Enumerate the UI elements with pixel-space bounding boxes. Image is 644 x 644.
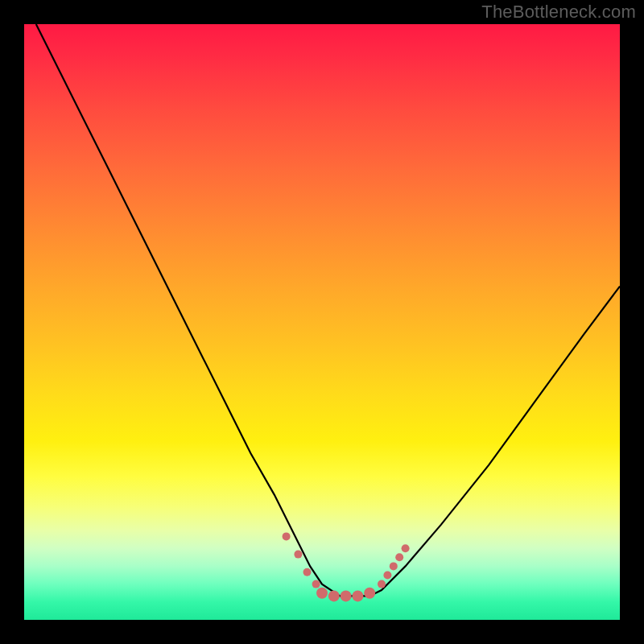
svg-point-7	[352, 590, 363, 601]
curve-markers	[24, 24, 620, 620]
svg-point-0	[283, 532, 291, 540]
svg-point-8	[364, 588, 375, 599]
svg-point-10	[383, 572, 391, 580]
svg-point-12	[395, 553, 403, 561]
svg-point-5	[328, 590, 340, 601]
plot-area	[24, 24, 620, 620]
svg-point-9	[378, 580, 386, 588]
watermark-text: TheBottleneck.com	[481, 2, 636, 23]
svg-point-1	[294, 551, 302, 559]
svg-point-2	[303, 568, 312, 576]
svg-point-13	[402, 544, 410, 552]
svg-point-6	[341, 590, 352, 601]
svg-point-11	[390, 562, 398, 570]
svg-point-3	[312, 580, 320, 588]
svg-point-4	[316, 588, 328, 599]
chart-frame: TheBottleneck.com	[0, 0, 644, 644]
